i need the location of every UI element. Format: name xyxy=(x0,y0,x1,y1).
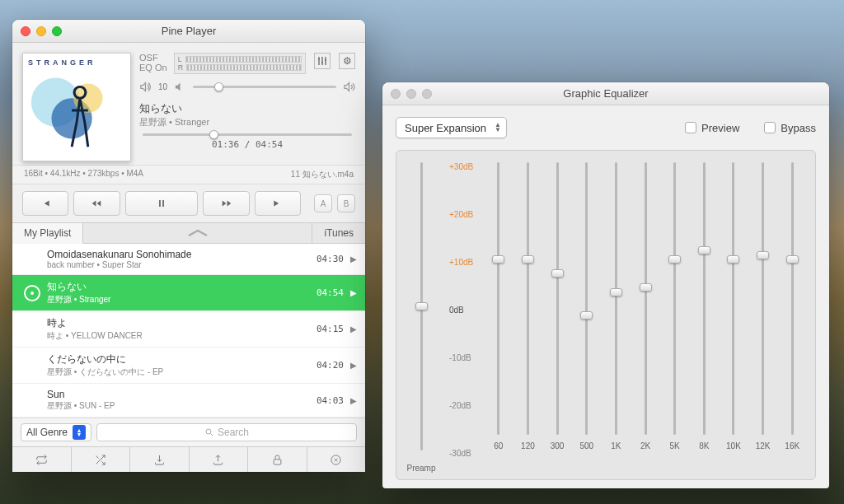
band-thumb[interactable] xyxy=(551,269,564,278)
eq-band-60[interactable]: 60 xyxy=(484,162,513,450)
eq-band-16K[interactable]: 16K xyxy=(777,162,807,450)
play-icon[interactable]: ▶ xyxy=(350,361,357,370)
prev-track-button[interactable] xyxy=(22,191,68,216)
eq-band-500[interactable]: 500 xyxy=(572,162,602,450)
eq-band-2K[interactable]: 2K xyxy=(631,162,660,450)
band-thumb[interactable] xyxy=(640,283,652,292)
traffic-lights xyxy=(391,89,432,99)
eq-band-12K[interactable]: 12K xyxy=(748,162,778,450)
band-label: 8K xyxy=(699,441,709,450)
volume-max-icon[interactable] xyxy=(343,81,355,93)
forward-button[interactable] xyxy=(203,191,249,216)
tab-my-playlist[interactable]: My Playlist xyxy=(12,223,83,244)
volume-thumb[interactable] xyxy=(214,82,223,91)
track-duration: 04:03 xyxy=(316,395,344,406)
band-label: 2K xyxy=(640,441,650,450)
db-scale: +30dB+20dB+10dB0dB-10dB-20dB-30dB xyxy=(449,162,473,497)
repeat-button[interactable] xyxy=(12,447,72,472)
band-label: 16K xyxy=(785,441,799,450)
eq-preset-select[interactable]: Super Expansion ▲▼ xyxy=(396,117,507,138)
lock-button[interactable] xyxy=(248,447,307,472)
band-thumb[interactable] xyxy=(522,255,534,264)
eq-band-5K[interactable]: 5K xyxy=(660,162,690,450)
minimize-icon[interactable] xyxy=(36,26,46,36)
progress-slider[interactable] xyxy=(143,133,352,136)
track-title: 時よ xyxy=(47,316,310,330)
volume-slider[interactable] xyxy=(193,86,336,88)
band-label: 500 xyxy=(579,441,593,450)
play-pause-button[interactable] xyxy=(125,191,199,216)
playlist-item[interactable]: くだらないの中に星野源 • くだらないの中に - EP04:20▶ xyxy=(12,348,365,384)
zoom-icon[interactable] xyxy=(52,26,62,36)
preview-checkbox[interactable]: Preview xyxy=(685,122,739,134)
close-icon[interactable] xyxy=(391,89,401,99)
play-icon[interactable]: ▶ xyxy=(350,288,357,297)
search-input[interactable]: Search xyxy=(96,423,357,441)
svg-rect-7 xyxy=(274,459,281,464)
chevron-updown-icon: ▲▼ xyxy=(495,123,501,133)
band-thumb[interactable] xyxy=(698,246,710,254)
band-label: 5K xyxy=(670,441,680,450)
playlist-item[interactable]: 時よ時よ • YELLOW DANCER04:15▶ xyxy=(12,311,365,348)
eq-band-300[interactable]: 300 xyxy=(542,162,572,450)
eq-band-120[interactable]: 120 xyxy=(513,162,543,450)
band-label: 300 xyxy=(551,441,565,450)
eq-title: Graphic Equalizer xyxy=(432,87,821,100)
playlist-item[interactable]: Omoidasenakunaru Sonohimadeback number •… xyxy=(12,244,365,275)
eq-sliders-icon[interactable] xyxy=(314,53,331,69)
eq-band-1K[interactable]: 1K xyxy=(602,162,631,450)
rewind-button[interactable] xyxy=(73,191,120,216)
now-playing-icon xyxy=(24,285,40,301)
album-art[interactable]: STRANGER xyxy=(22,53,131,161)
eq-bands: 601203005001K2K5K8K10K12K16K xyxy=(484,162,807,450)
track-subtitle: 時よ • YELLOW DANCER xyxy=(47,330,310,342)
next-track-button[interactable] xyxy=(255,191,301,216)
band-label: 1K xyxy=(611,441,621,450)
play-icon[interactable]: ▶ xyxy=(350,254,357,264)
playlist-item[interactable]: Sun星野源 • SUN - EP04:03▶ xyxy=(12,384,365,418)
audio-format: 16Bit • 44.1kHz • 273kbps • M4A xyxy=(24,169,143,180)
player-titlebar[interactable]: Pine Player xyxy=(12,20,365,43)
import-button[interactable] xyxy=(130,447,190,472)
play-icon[interactable]: ▶ xyxy=(350,324,357,334)
volume-icon xyxy=(139,81,152,93)
ab-b-button[interactable]: B xyxy=(337,194,355,212)
ab-a-button[interactable]: A xyxy=(314,194,332,212)
band-label: 60 xyxy=(494,441,503,450)
band-thumb[interactable] xyxy=(492,255,504,264)
now-playing-title: 知らない xyxy=(139,101,355,116)
tab-itunes[interactable]: iTunes xyxy=(312,223,365,243)
gear-icon[interactable]: ⚙ xyxy=(339,53,355,69)
track-subtitle: back number • Super Star xyxy=(47,260,310,269)
track-title: Sun xyxy=(47,389,310,400)
eq-band-10K[interactable]: 10K xyxy=(719,162,748,450)
track-title: 知らない xyxy=(47,280,310,294)
genre-select[interactable]: All Genre ▲▼ xyxy=(21,423,91,441)
band-thumb[interactable] xyxy=(580,311,593,320)
playlist-tabs: My Playlist iTunes xyxy=(12,222,365,244)
volume-min-icon[interactable] xyxy=(174,81,186,93)
preamp-thumb[interactable] xyxy=(415,302,428,310)
band-thumb[interactable] xyxy=(757,251,769,259)
close-icon[interactable] xyxy=(21,26,30,36)
clear-button[interactable] xyxy=(307,447,366,472)
preamp-slider[interactable]: Preamp xyxy=(405,162,438,473)
band-thumb[interactable] xyxy=(727,255,739,264)
minimize-icon[interactable] xyxy=(406,89,416,99)
band-thumb[interactable] xyxy=(610,288,622,296)
svg-rect-5 xyxy=(325,59,326,61)
progress-thumb[interactable] xyxy=(209,130,218,139)
graphic-equalizer-window: Graphic Equalizer Super Expansion ▲▼ Pre… xyxy=(382,82,829,488)
playlist-item[interactable]: 知らない星野源 • Stranger04:54▶ xyxy=(12,275,365,311)
shuffle-button[interactable] xyxy=(72,447,131,472)
zoom-icon[interactable] xyxy=(422,89,432,99)
bypass-checkbox[interactable]: Bypass xyxy=(764,122,816,134)
export-button[interactable] xyxy=(190,447,249,472)
eq-titlebar[interactable]: Graphic Equalizer xyxy=(382,82,829,105)
band-label: 10K xyxy=(726,441,741,450)
eq-band-8K[interactable]: 8K xyxy=(689,162,719,450)
play-icon[interactable]: ▶ xyxy=(350,396,357,405)
band-thumb[interactable] xyxy=(786,255,799,264)
band-thumb[interactable] xyxy=(668,255,681,264)
collapse-icon[interactable] xyxy=(83,223,312,243)
